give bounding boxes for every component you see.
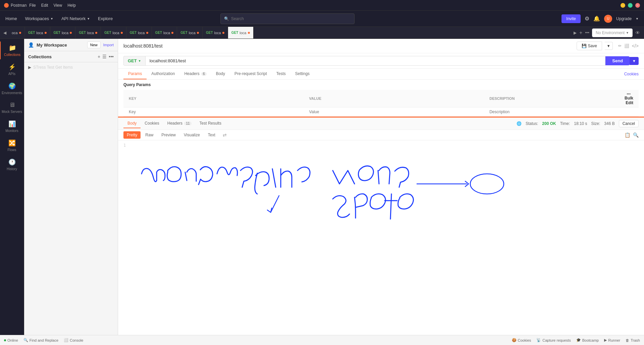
tab-scroll-right[interactable]: ▶ <box>574 30 577 35</box>
format-pretty[interactable]: Pretty <box>123 131 141 139</box>
send-button[interactable]: Send <box>605 56 630 65</box>
value-input[interactable] <box>309 110 479 114</box>
env-chevron: ▼ <box>626 31 629 34</box>
tab-4[interactable]: GET loca <box>75 27 101 39</box>
response-tab-body[interactable]: Body <box>123 119 141 128</box>
sidebar-item-collections[interactable]: 📁 Collections <box>0 42 24 59</box>
capture-requests[interactable]: 📡 Capture requests <box>536 338 571 342</box>
sidebar-item-flows[interactable]: 🔀 Flows <box>0 137 24 154</box>
tab-8[interactable]: GET loca <box>177 27 203 39</box>
response-tab-test-results[interactable]: Test Results <box>196 119 225 128</box>
find-replace-item[interactable]: 🔍 Find and Replace <box>23 338 58 342</box>
description-input[interactable] <box>489 110 607 114</box>
copy-response-icon[interactable]: 📋 <box>625 132 630 138</box>
tab-5-dot <box>121 32 123 34</box>
send-dropdown-button[interactable]: ▼ <box>630 57 639 65</box>
find-replace-icon: 🔍 <box>23 338 28 342</box>
tab-10[interactable]: GET loca <box>228 27 254 39</box>
console-item[interactable]: ⬜ Console <box>64 338 83 342</box>
maximize-button[interactable]: □ <box>628 3 633 8</box>
console-icon: ⬜ <box>64 338 68 342</box>
menu-edit[interactable]: Edit <box>41 3 48 8</box>
avatar[interactable]: U <box>604 15 612 23</box>
nav-workspaces[interactable]: Workspaces ▼ <box>25 16 53 21</box>
tab-9[interactable]: GET loca <box>203 27 228 39</box>
method-selector[interactable]: GET ▼ <box>123 56 145 66</box>
settings-icon[interactable]: ⚙ <box>585 15 589 22</box>
share-icon[interactable]: ⬜ <box>624 44 629 48</box>
tab-more-button[interactable]: ••• <box>585 30 589 35</box>
tab-authorization[interactable]: Authorization <box>147 69 179 79</box>
method-chevron: ▼ <box>138 59 141 63</box>
new-button[interactable]: New <box>87 42 101 48</box>
edit-icon[interactable]: ✏ <box>618 44 622 48</box>
tab-pre-request-script[interactable]: Pre-request Script <box>230 69 272 79</box>
tab-params[interactable]: Params <box>123 69 147 79</box>
console-label: Console <box>70 338 83 342</box>
upgrade-label[interactable]: Upgrade <box>616 16 632 21</box>
sidebar-item-environments[interactable]: 🌍 Environments <box>0 80 24 97</box>
nav-api-network[interactable]: API Network ▼ <box>61 16 90 21</box>
runner-item[interactable]: ▶ Runner <box>604 338 620 342</box>
nav-explore[interactable]: Explore <box>98 16 113 21</box>
trash-icon: 🗑 <box>626 338 629 342</box>
format-preview[interactable]: Preview <box>158 131 179 139</box>
sidebar-item-apis[interactable]: ⚡ APIs <box>0 61 24 78</box>
tab-7[interactable]: GET loca <box>152 27 177 39</box>
tab-headers[interactable]: Headers 6 <box>179 69 211 79</box>
add-collection-button[interactable]: + <box>98 54 100 59</box>
online-status[interactable]: Online <box>4 338 18 342</box>
new-tab-button[interactable]: + <box>579 30 582 36</box>
search-response-icon[interactable]: 🔍 <box>633 132 639 138</box>
search-bar[interactable]: 🔍 <box>220 13 355 24</box>
tab-5[interactable]: GET loca <box>101 27 126 39</box>
sidebar-item-monitors[interactable]: 📊 Monitors <box>0 118 24 135</box>
code-icon[interactable]: </> <box>632 43 639 49</box>
tab-body[interactable]: Body <box>211 69 230 79</box>
menu-help[interactable]: Help <box>67 3 76 8</box>
nav-home[interactable]: Home <box>5 16 17 21</box>
more-options-icon[interactable]: ••• <box>109 54 114 59</box>
tab-settings[interactable]: Settings <box>290 69 314 79</box>
search-input[interactable] <box>231 16 351 21</box>
trash-item[interactable]: 🗑 Trash <box>626 338 640 342</box>
invite-button[interactable]: Invite <box>561 14 581 23</box>
menu-view[interactable]: View <box>53 3 62 8</box>
cookies-status[interactable]: 🍪 Cookies <box>512 338 531 342</box>
format-text[interactable]: Text <box>205 131 219 139</box>
panel-header: Collections + ☰ ••• <box>24 51 118 62</box>
tab-6[interactable]: GET loca <box>126 27 152 39</box>
size-label: Size: <box>591 121 600 126</box>
notifications-icon[interactable]: 🔔 <box>593 15 600 22</box>
key-input[interactable] <box>129 110 299 114</box>
url-input[interactable] <box>145 56 606 66</box>
tab-2[interactable]: GET loca <box>25 27 50 39</box>
cookies-link[interactable]: Cookies <box>624 72 639 76</box>
close-button[interactable]: ✕ <box>635 3 640 8</box>
import-button[interactable]: Import <box>103 43 114 47</box>
sidebar-item-mock-servers[interactable]: 🖥 Mock Servers <box>0 99 24 116</box>
history-icon: 🕐 <box>8 158 16 166</box>
environment-selector[interactable]: No Environment ▼ <box>592 28 633 37</box>
bootcamp-item[interactable]: 🎓 Bootcamp <box>576 338 599 342</box>
format-raw[interactable]: Raw <box>142 131 157 139</box>
tab-scroll-left[interactable]: ◀ <box>1 30 8 35</box>
minimize-button[interactable]: — <box>621 3 625 8</box>
collection-stress-test[interactable]: ▶ STress Test Get Items <box>24 62 118 72</box>
filter-icon[interactable]: ☰ <box>102 54 107 59</box>
titlebar: Postman File Edit View Help — □ ✕ <box>0 0 644 11</box>
response-tab-cookies[interactable]: Cookies <box>141 119 163 128</box>
env-eye-icon[interactable]: 👁 <box>635 30 640 36</box>
save-dropdown-button[interactable]: ▼ <box>605 42 613 50</box>
word-wrap-icon[interactable]: ⇄ <box>223 132 227 138</box>
response-tab-headers[interactable]: Headers 11 <box>163 119 196 128</box>
menu-file[interactable]: File <box>29 3 36 8</box>
format-visualize[interactable]: Visualize <box>180 131 203 139</box>
tab-1[interactable]: oca <box>8 27 25 39</box>
tab-tests[interactable]: Tests <box>272 69 290 79</box>
cancel-button[interactable]: Cancel <box>619 120 639 127</box>
headers-badge: 6 <box>201 72 207 76</box>
save-button[interactable]: 💾 Save <box>577 42 602 50</box>
tab-3[interactable]: GET loca <box>50 27 76 39</box>
sidebar-item-history[interactable]: 🕐 History <box>0 156 24 174</box>
